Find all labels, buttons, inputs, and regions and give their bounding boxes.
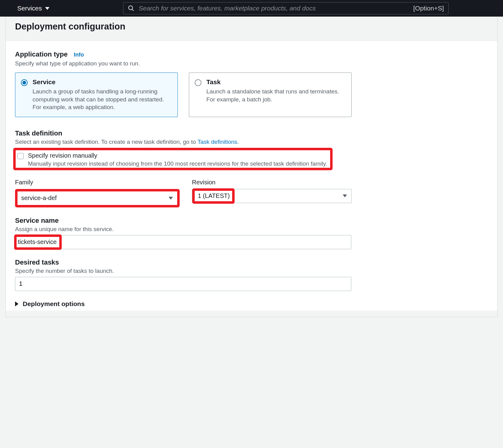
highlight-service-name: tickets-service <box>14 234 62 250</box>
page-container: Deployment configuration Application typ… <box>6 17 497 317</box>
specify-revision-checkbox[interactable] <box>18 153 24 159</box>
section-title-app-type: Application type Info <box>15 50 488 58</box>
svg-point-0 <box>128 6 132 10</box>
tile-desc: Launch a standalone task that runs and t… <box>206 88 345 103</box>
panel-header: Deployment configuration <box>6 17 497 41</box>
family-col: Family service-a-def <box>15 179 180 207</box>
family-value: service-a-def <box>21 195 57 202</box>
service-name-title: Service name <box>15 217 488 225</box>
deployment-options-expander[interactable]: Deployment options <box>15 300 488 308</box>
desired-tasks-section: Desired tasks Specify the number of task… <box>15 258 488 291</box>
search-bar[interactable]: [Option+S] <box>123 2 449 14</box>
family-select[interactable]: service-a-def <box>18 191 177 205</box>
tile-desc: Launch a group of tasks handling a long-… <box>33 88 171 111</box>
specify-revision-hint: Manually input revision instead of choos… <box>28 160 327 167</box>
services-label: Services <box>17 5 42 12</box>
tile-task[interactable]: Task Launch a standalone task that runs … <box>189 73 352 117</box>
desired-hint: Specify the number of tasks to launch. <box>15 268 488 274</box>
revision-select[interactable]: 1 (LATEST) <box>192 189 352 203</box>
task-definition-section: Task definition Select an existing task … <box>15 129 488 207</box>
search-icon <box>128 5 135 12</box>
panel-body: Application type Info Specify what type … <box>6 41 497 311</box>
family-revision-row: Family service-a-def Revision <box>15 179 488 207</box>
tile-title: Service <box>33 78 171 86</box>
family-select-wrap[interactable]: service-a-def <box>18 191 177 205</box>
service-name-section: Service name Assign a unique name for th… <box>15 217 488 249</box>
revision-value: 1 (LATEST) <box>197 192 230 199</box>
service-name-hint: Assign a unique name for this service. <box>15 226 488 233</box>
service-name-input[interactable]: tickets-service <box>15 235 351 249</box>
specify-revision-row: Specify revision manually <box>18 152 327 159</box>
tile-title: Task <box>206 78 345 86</box>
section-hint-app-type: Specify what type of application you wan… <box>15 60 488 67</box>
page-title: Deployment configuration <box>15 22 488 32</box>
top-nav: Services [Option+S] <box>0 0 503 17</box>
app-type-tiles: Service Launch a group of tasks handling… <box>15 73 488 117</box>
highlight-family: service-a-def <box>15 189 180 207</box>
specify-revision-label: Specify revision manually <box>28 152 97 159</box>
family-label: Family <box>15 179 180 186</box>
deployment-options-label: Deployment options <box>23 300 85 308</box>
desired-title: Desired tasks <box>15 258 488 266</box>
desired-tasks-input[interactable] <box>15 277 351 291</box>
task-def-hint: Select an existing task definition. To c… <box>15 139 488 145</box>
svg-line-1 <box>132 9 134 11</box>
search-input[interactable] <box>139 5 409 12</box>
radio-icon <box>21 79 28 86</box>
revision-label: Revision <box>192 179 352 186</box>
chevron-down-icon <box>45 7 49 10</box>
service-name-value: tickets-service <box>18 238 57 246</box>
chevron-down-icon <box>343 195 347 197</box>
tile-service[interactable]: Service Launch a group of tasks handling… <box>15 73 178 117</box>
info-link[interactable]: Info <box>74 52 84 58</box>
chevron-right-icon <box>15 301 18 306</box>
services-menu[interactable]: Services <box>17 5 49 12</box>
task-definitions-link[interactable]: Task definitions <box>197 139 237 145</box>
revision-col: Revision 1 (LATEST) <box>192 179 352 207</box>
shortcut-hint: [Option+S] <box>413 5 444 12</box>
task-def-title: Task definition <box>15 129 488 137</box>
highlight-revision: 1 (LATEST) <box>192 188 235 204</box>
radio-icon <box>195 79 201 86</box>
highlight-specify-revision: Specify revision manually Manually input… <box>13 148 333 170</box>
